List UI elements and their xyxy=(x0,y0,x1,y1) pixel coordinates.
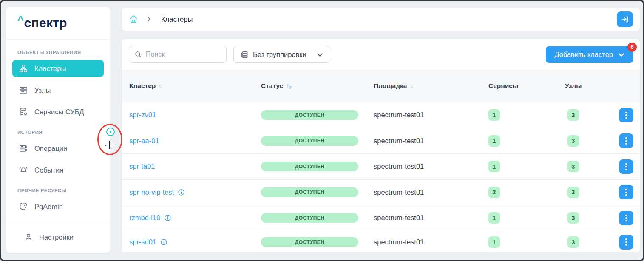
nodes-count-badge: 3 xyxy=(567,109,579,121)
column-header-services: Сервисы xyxy=(488,82,565,90)
section-label-other-resources: ПРОЧИЕ РЕСУРСЫ xyxy=(17,188,104,193)
table-header: Кластер ↑↓ Статус Площадка ↑↓ Сервисы Уз… xyxy=(122,70,640,102)
sidebar: ^ спектр ОБЪЕКТЫ УПРАВЛЕНИЯ Кластеры Узл… xyxy=(6,6,111,253)
sidebar-item-nodes[interactable]: Узлы xyxy=(12,82,104,99)
app-logo: ^ спектр xyxy=(6,7,110,40)
column-header-nodes: Узлы xyxy=(565,82,619,90)
search-box xyxy=(129,46,227,63)
column-header-status: Статус xyxy=(261,82,374,90)
row-actions-kebab-button[interactable] xyxy=(619,211,633,225)
cluster-link[interactable]: spr-ta01 xyxy=(129,162,155,170)
toolbar: Без группировки Добавить кластер 6 xyxy=(122,39,640,70)
row-actions-kebab-button[interactable] xyxy=(619,108,633,122)
status-badge: ДОСТУПЕН xyxy=(261,213,358,223)
nodes-count-badge: 3 xyxy=(567,135,579,147)
cluster-link[interactable]: rzmbd-i10 xyxy=(129,214,160,222)
logo-caret: ^ xyxy=(17,14,24,26)
chevron-down-icon xyxy=(317,51,323,58)
cluster-cell: spr-sd01 xyxy=(129,238,261,246)
nodes-count-badge: 3 xyxy=(567,236,579,248)
grouping-dropdown[interactable]: Без группировки xyxy=(233,46,330,63)
site-cell: spectrum-test01 xyxy=(374,111,488,119)
sort-icon[interactable]: ↑↓ xyxy=(410,83,413,88)
search-icon xyxy=(134,51,142,58)
sidebar-item-settings[interactable]: Настройки xyxy=(6,221,110,253)
exit-button[interactable] xyxy=(617,11,633,27)
logo-text: спектр xyxy=(24,16,67,30)
table-row: spr-sd01 ДОСТУПЕН spectrum-test01 1 3 xyxy=(122,231,640,253)
chevron-down-icon xyxy=(618,51,624,58)
row-actions-kebab-button[interactable] xyxy=(619,235,633,250)
login-arrow-icon xyxy=(621,15,629,23)
info-icon[interactable] xyxy=(164,214,171,221)
site-cell: spectrum-test01 xyxy=(374,137,488,145)
cluster-cell: spr-no-vip-test xyxy=(129,188,261,196)
notification-badge: 6 xyxy=(627,43,637,52)
column-header-cluster: Кластер ↑↓ xyxy=(129,82,261,90)
clusters-panel: Без группировки Добавить кластер 6 Класт… xyxy=(122,39,640,253)
breadcrumb-bar: Кластеры xyxy=(122,7,640,31)
servers-icon xyxy=(18,85,28,95)
chevron-left-icon xyxy=(109,130,113,134)
search-input[interactable] xyxy=(146,51,221,58)
sidebar-item-events[interactable]: События xyxy=(12,162,104,179)
column-header-site: Площадка ↑↓ xyxy=(374,82,488,90)
services-count-badge: 1 xyxy=(488,236,500,248)
cluster-link[interactable]: spr-sd01 xyxy=(129,238,156,246)
services-count-badge: 1 xyxy=(488,161,500,172)
grouping-icon xyxy=(241,51,249,59)
sidebar-item-label: Настройки xyxy=(39,233,74,241)
add-cluster-wrap: Добавить кластер 6 xyxy=(546,46,633,63)
cluster-icon xyxy=(18,63,28,74)
cluster-link[interactable]: spr-no-vip-test xyxy=(129,188,174,196)
table-row: spr-ta01 ДОСТУПЕН spectrum-test01 1 3 xyxy=(122,154,640,180)
home-icon[interactable] xyxy=(129,14,138,24)
cluster-cell: rzmbd-i10 xyxy=(129,214,261,222)
status-badge: ДОСТУПЕН xyxy=(261,110,358,120)
bell-icon xyxy=(18,165,28,175)
cluster-cell: spr-ta01 xyxy=(129,162,261,170)
add-cluster-button[interactable]: Добавить кластер xyxy=(546,46,633,63)
pgadmin-elephant-icon xyxy=(18,201,28,212)
site-cell: spectrum-test01 xyxy=(374,238,488,246)
info-icon[interactable] xyxy=(178,189,185,196)
add-cluster-label: Добавить кластер xyxy=(554,51,613,59)
sidebar-item-label: Узлы xyxy=(34,86,51,94)
site-cell: spectrum-test01 xyxy=(374,188,488,196)
cluster-cell: spr-aa-01 xyxy=(129,137,261,145)
row-actions-kebab-button[interactable] xyxy=(619,133,633,148)
nodes-count-badge: 3 xyxy=(567,161,579,172)
sidebar-item-label: PgAdmin xyxy=(34,203,63,211)
cluster-cell: spr-zv01 xyxy=(129,111,261,119)
sidebar-item-operations[interactable]: Операции xyxy=(12,140,104,157)
section-label-objects: ОБЪЕКТЫ УПРАВЛЕНИЯ xyxy=(17,50,104,55)
status-badge: ДОСТУПЕН xyxy=(261,136,358,146)
cluster-link[interactable]: spr-aa-01 xyxy=(129,137,159,145)
status-badge: ДОСТУПЕН xyxy=(261,162,358,171)
sidebar-item-label: Кластеры xyxy=(34,65,66,73)
site-cell: spectrum-test01 xyxy=(374,162,488,170)
cluster-link[interactable]: spr-zv01 xyxy=(129,111,156,119)
sort-active-icon[interactable] xyxy=(286,83,292,89)
row-actions-kebab-button[interactable] xyxy=(619,159,633,174)
sidebar-item-label: Операции xyxy=(34,145,67,153)
table-row: spr-no-vip-test ДОСТУПЕН spectrum-test01… xyxy=(122,180,640,206)
sidebar-item-dbms-services[interactable]: Сервисы СУБД xyxy=(12,103,104,120)
move-cursor-icon xyxy=(104,140,115,153)
table-row: rzmbd-i10 ДОСТУПЕН spectrum-test01 1 3 xyxy=(122,205,640,231)
sort-icon[interactable]: ↑↓ xyxy=(159,83,162,88)
row-actions-kebab-button[interactable] xyxy=(619,185,633,199)
sidebar-item-pgadmin[interactable]: PgAdmin xyxy=(12,198,104,215)
section-label-history: ИСТОРИЯ xyxy=(17,130,104,135)
info-icon[interactable] xyxy=(160,238,167,246)
sidebar-item-label: Сервисы СУБД xyxy=(34,108,84,116)
services-count-badge: 1 xyxy=(488,109,500,121)
operations-icon xyxy=(18,143,28,153)
status-badge: ДОСТУПЕН xyxy=(261,187,358,197)
sidebar-collapse-button[interactable] xyxy=(106,128,115,136)
app-window: ^ спектр ОБЪЕКТЫ УПРАВЛЕНИЯ Кластеры Узл… xyxy=(0,0,644,261)
sidebar-item-clusters[interactable]: Кластеры xyxy=(12,60,104,77)
site-cell: spectrum-test01 xyxy=(374,214,488,222)
nodes-count-badge: 3 xyxy=(567,187,579,198)
sidebar-item-label: События xyxy=(34,166,63,174)
